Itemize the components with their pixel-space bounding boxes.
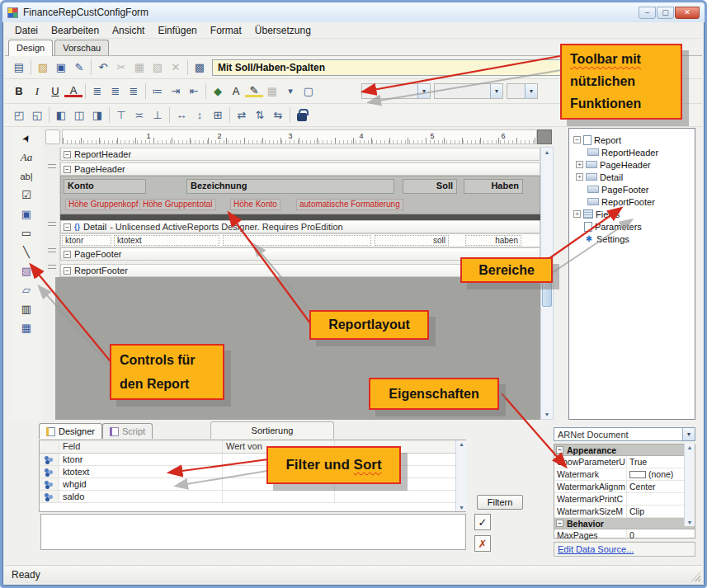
table-scrollbar[interactable]: ▲ ▼ (455, 440, 467, 511)
table-icon[interactable]: ▦ (263, 82, 281, 101)
menu-einfuegen[interactable]: Einfügen (152, 23, 202, 38)
picture-tool-icon[interactable]: ▣ (16, 205, 37, 223)
save-icon[interactable]: ▣ (52, 59, 70, 77)
minimize-button[interactable]: – (639, 7, 656, 19)
property-row[interactable]: WatermarkSizeM Clip (554, 506, 695, 518)
align-middles-icon[interactable]: ≍ (130, 106, 148, 125)
space-across-icon[interactable]: ⇄ (233, 106, 251, 125)
fill-color-icon[interactable]: ◆ (209, 82, 227, 101)
resize-grip[interactable] (691, 572, 700, 581)
subreport-tool-icon[interactable]: ▱ (16, 280, 37, 299)
collapse-icon[interactable]: − (556, 520, 563, 527)
close-button[interactable]: ✕ (675, 7, 700, 19)
column-header-haben[interactable]: Haben (464, 179, 523, 194)
section-bar-pageheader[interactable]: − PageHeader (60, 162, 540, 176)
scroll-up-icon[interactable]: ▲ (459, 441, 464, 447)
collapse-icon[interactable]: − (64, 166, 71, 173)
title-bar[interactable]: FinanceRepCustConfigForm – ▢ ✕ (2, 2, 705, 22)
detail-content[interactable]: ktonr ktotext soll haben (60, 233, 540, 247)
menu-bearbeiten[interactable]: Bearbeiten (45, 23, 105, 38)
field-ktonr[interactable]: ktonr (62, 235, 111, 246)
scroll-up-icon[interactable]: ▲ (687, 445, 693, 450)
font-name-combo[interactable]: ▾ (361, 83, 431, 99)
same-size-icon[interactable]: ⊞ (209, 106, 227, 125)
line-tool-icon[interactable]: ╲ (16, 242, 37, 261)
table-row[interactable]: saldo (40, 491, 465, 503)
collapse-icon[interactable]: − (573, 136, 581, 143)
undo-icon[interactable]: ↶ (94, 59, 112, 77)
tab-designer[interactable]: Designer (39, 423, 102, 439)
space-down-icon[interactable]: ⇅ (251, 106, 269, 125)
bold-icon[interactable]: B (10, 82, 28, 101)
table-row[interactable]: whgid (40, 478, 465, 491)
menu-datei[interactable]: Datei (9, 23, 44, 38)
lock-icon[interactable] (293, 106, 311, 125)
tree-item-parameters[interactable]: Parameters (569, 220, 695, 233)
align-centers-icon[interactable]: ◫ (70, 106, 88, 125)
tab-sortierung[interactable]: Sortierung (210, 421, 334, 439)
label-tool-icon[interactable]: Aa (16, 148, 37, 167)
scroll-down-icon[interactable]: ▼ (544, 412, 550, 417)
tab-script[interactable]: Script (102, 423, 153, 439)
scroll-down-icon[interactable]: ▼ (459, 505, 464, 510)
tree-item-report[interactable]: − Report (569, 134, 695, 146)
property-row[interactable]: ShowParameterU True (554, 456, 695, 468)
new-report-icon[interactable]: ▤ (10, 59, 28, 77)
category-behavior[interactable]: − Behavior (554, 518, 695, 529)
scroll-down-icon[interactable]: ▼ (687, 520, 693, 525)
pointer-tool-icon[interactable]: ➤ (16, 129, 37, 148)
edit-data-source-link[interactable]: Edit Data Source... (558, 544, 634, 554)
property-row[interactable]: WatermarkAlignm Center (554, 481, 695, 493)
red-label-formatierung[interactable]: automatische Formatierung (296, 199, 403, 210)
chevron-down-icon[interactable]: ▾ (525, 84, 537, 98)
table-dropdown-icon[interactable]: ▾ (281, 82, 299, 101)
scroll-up-icon[interactable]: ▲ (544, 149, 550, 155)
collapse-icon[interactable]: − (64, 223, 71, 231)
highlight-icon[interactable]: ✎ (245, 85, 263, 97)
menu-uebersetzung[interactable]: Übersetzung (249, 23, 317, 38)
same-width-icon[interactable]: ↔ (172, 106, 191, 125)
maximize-button[interactable]: ▢ (657, 7, 674, 19)
expand-icon[interactable]: + (576, 161, 583, 168)
property-row[interactable]: Watermark (none) (554, 468, 695, 481)
align-lefts-icon[interactable]: ◧ (52, 106, 70, 125)
menu-ansicht[interactable]: Ansicht (106, 23, 150, 38)
red-label-gruppenkopf[interactable]: Höhe Gruppenkopf (65, 199, 142, 210)
field-soll[interactable]: soll (375, 235, 449, 246)
apply-button[interactable]: ✓ (474, 514, 491, 530)
delete-icon[interactable]: ✕ (167, 59, 185, 77)
tab-vorschau[interactable]: Vorschau (54, 40, 109, 55)
filtern-button[interactable]: Filtern (477, 495, 523, 510)
section-bar-detail[interactable]: − {} Detail - Unlicensed ActiveReports D… (60, 220, 540, 233)
column-header-soll[interactable]: Soll (403, 179, 457, 194)
textbox-tool-icon[interactable]: ab| (16, 167, 37, 186)
layers-icon[interactable]: ▩ (191, 59, 209, 77)
design-vertical-scrollbar[interactable]: ▲ ▼ (540, 147, 554, 420)
cancel-button[interactable]: ✗ (474, 535, 491, 552)
tree-item-fields[interactable]: + Fields (569, 208, 695, 220)
underline-icon[interactable]: U (46, 82, 64, 101)
expression-textarea[interactable] (40, 514, 466, 550)
outdent-icon[interactable]: ⇤ (185, 82, 203, 101)
send-to-back-icon[interactable]: ◱ (28, 106, 46, 125)
align-center-icon[interactable]: ≣ (106, 82, 125, 101)
column-header-bezeichnung[interactable]: Bezeichnung (186, 179, 394, 194)
menu-format[interactable]: Format (205, 23, 247, 38)
expand-icon[interactable]: + (573, 210, 581, 218)
tree-item-pagefooter[interactable]: PageFooter (569, 183, 695, 195)
align-tops-icon[interactable]: ⊤ (112, 106, 130, 125)
red-label-gruppentotal[interactable]: Höhe Gruppentotal (139, 199, 216, 210)
copy-icon[interactable]: ▦ (130, 59, 148, 77)
table-row[interactable]: ktonr (40, 454, 465, 466)
cut-icon[interactable]: ✂ (112, 59, 130, 77)
bring-to-front-icon[interactable]: ◰ (10, 106, 28, 125)
font-color-icon[interactable]: A (64, 85, 82, 97)
section-grip[interactable] (48, 248, 56, 252)
ruler-scroll-thumb[interactable] (537, 129, 552, 144)
indent-icon[interactable]: ⇥ (167, 82, 185, 101)
section-grip[interactable] (48, 265, 56, 269)
column-header-konto[interactable]: Konto (64, 179, 146, 194)
tree-item-pageheader[interactable]: + PageHeader (569, 158, 695, 171)
same-height-icon[interactable]: ↕ (191, 106, 209, 125)
tree-item-reportfooter[interactable]: ReportFooter (569, 195, 695, 208)
